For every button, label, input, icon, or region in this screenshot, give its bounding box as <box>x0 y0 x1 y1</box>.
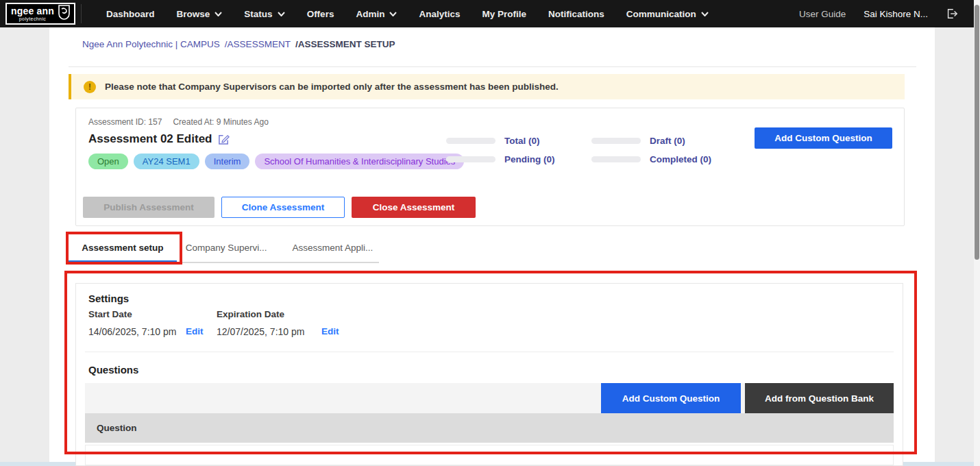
nav-label: Analytics <box>419 9 460 19</box>
settings-questions-divider <box>85 352 894 352</box>
breadcrumb-current: /ASSESSMENT SETUP <box>295 39 395 49</box>
nav-label: Offers <box>307 9 334 19</box>
progress-bar <box>591 156 641 162</box>
stat-total: Total (0) <box>446 136 591 146</box>
question-column-header: Question <box>97 423 137 433</box>
progress-bar <box>446 156 495 162</box>
stat-label: Draft (0) <box>650 136 685 146</box>
start-date-value: 14/06/2025, 7:10 pm <box>88 326 176 337</box>
type-badge: Interim <box>205 154 250 169</box>
ngee-ann-logo[interactable]: ngee ann polytechnic <box>5 3 75 25</box>
stat-label: Total (0) <box>504 136 540 146</box>
edit-expiration-date-link[interactable]: Edit <box>321 326 339 336</box>
warning-message: Please note that Company Supervisors can… <box>105 82 559 92</box>
user-guide-link[interactable]: User Guide <box>799 9 846 19</box>
assessment-title: Assessment 02 Edited <box>88 132 212 146</box>
add-custom-question-button[interactable]: Add Custom Question <box>755 127 892 149</box>
add-custom-question-button-2[interactable]: Add Custom Question <box>601 383 741 413</box>
progress-bar <box>446 138 495 144</box>
assessment-actions: Publish Assessment Clone Assessment Clos… <box>83 197 476 218</box>
warning-banner: ! Please note that Company Supervisors c… <box>69 74 905 99</box>
nav-label: Dashboard <box>106 9 155 19</box>
school-badge: School Of Humanities & Interdisciplinary… <box>255 154 464 169</box>
tab-company-supervisors[interactable]: Company Supervi... <box>177 234 276 262</box>
stat-label: Pending (0) <box>504 154 555 164</box>
progress-bar <box>591 138 641 144</box>
expiration-date-value: 12/07/2025, 7:10 pm <box>217 326 304 337</box>
logo-subtext: polytechnic <box>11 16 54 21</box>
nav-item-dashboard[interactable]: Dashboard <box>106 9 155 19</box>
navbar-divider <box>81 4 82 23</box>
nav-label: Communication <box>626 9 696 19</box>
breadcrumb-assessment[interactable]: /ASSESSMENT <box>225 39 291 49</box>
navbar-menu: Dashboard Browse Status Offers Admin Ana… <box>106 9 709 19</box>
clone-assessment-button[interactable]: Clone Assessment <box>221 197 345 218</box>
nav-label: My Profile <box>482 9 526 19</box>
nav-item-analytics[interactable]: Analytics <box>419 9 460 19</box>
tab-assessment-applications[interactable]: Assessment Appli... <box>286 234 379 262</box>
questions-toolbar: Add Custom Question Add from Question Ba… <box>85 383 894 413</box>
top-navbar: ngee ann polytechnic Dashboard Browse St… <box>0 0 980 27</box>
logo-wordmark: ngee ann <box>11 6 54 16</box>
stat-pending: Pending (0) <box>446 154 591 164</box>
start-date-label: Start Date <box>88 309 132 319</box>
tab-label: Assessment Appli... <box>292 243 373 253</box>
questions-empty-row <box>85 445 894 465</box>
semester-badge: AY24 SEM1 <box>134 154 199 169</box>
questions-table-header: Question <box>85 413 894 443</box>
nav-item-admin[interactable]: Admin <box>356 9 397 19</box>
assessment-meta: Assessment ID: 157 Created At: 9 Minutes… <box>88 117 269 127</box>
nav-item-my-profile[interactable]: My Profile <box>482 9 526 19</box>
active-tab-indicator <box>69 260 177 263</box>
nav-label: Status <box>244 9 272 19</box>
nav-label: Browse <box>177 9 210 19</box>
assessment-created-at: Created At: 9 Minutes Ago <box>173 117 268 127</box>
user-name-menu[interactable]: Sai Kishore N... <box>863 9 928 19</box>
assessment-id: Assessment ID: 157 <box>88 117 162 127</box>
tab-assessment-setup[interactable]: Assessment setup <box>69 234 177 262</box>
warning-icon: ! <box>84 81 96 93</box>
nav-label: Notifications <box>548 9 604 19</box>
nav-label: Admin <box>356 9 384 19</box>
add-from-question-bank-button[interactable]: Add from Question Bank <box>745 383 894 413</box>
assessment-title-row: Assessment 02 Edited <box>88 132 230 146</box>
section-divider <box>69 66 916 67</box>
assessment-stats: Total (0) Draft (0) Pending (0) Complete… <box>446 132 749 169</box>
assessment-header-card: Assessment ID: 157 Created At: 9 Minutes… <box>75 108 905 226</box>
logo-text: ngee ann polytechnic <box>11 6 54 21</box>
nav-item-status[interactable]: Status <box>244 9 284 19</box>
navbar-right: User Guide Sai Kishore N... <box>799 8 958 20</box>
tab-bar: Assessment setup Company Supervi... Asse… <box>69 234 379 263</box>
nav-item-browse[interactable]: Browse <box>177 9 223 19</box>
assessment-setup-panel: Settings Start Date Expiration Date 14/0… <box>75 283 903 466</box>
stat-completed: Completed (0) <box>591 154 749 164</box>
shield-logo-icon <box>58 5 70 23</box>
stat-draft: Draft (0) <box>591 136 749 146</box>
settings-heading: Settings <box>88 293 129 304</box>
chevron-down-icon <box>215 12 222 16</box>
app-screen: ngee ann polytechnic Dashboard Browse St… <box>0 0 980 466</box>
nav-item-offers[interactable]: Offers <box>307 9 334 19</box>
expiration-date-label: Expiration Date <box>217 309 284 319</box>
stat-label: Completed (0) <box>650 154 711 164</box>
logout-icon[interactable] <box>946 8 958 20</box>
assessment-badges: Open AY24 SEM1 Interim School Of Humanit… <box>88 154 464 169</box>
publish-assessment-button[interactable]: Publish Assessment <box>83 197 215 218</box>
close-assessment-button[interactable]: Close Assessment <box>352 197 476 218</box>
chevron-down-icon <box>389 12 397 16</box>
tab-label: Assessment setup <box>82 243 163 253</box>
scrollbar-thumb[interactable] <box>975 5 979 260</box>
breadcrumb-home[interactable]: Ngee Ann Polytechnic | CAMPUS <box>82 39 220 49</box>
scrollbar-track <box>974 0 980 466</box>
nav-item-notifications[interactable]: Notifications <box>548 9 604 19</box>
nav-item-communication[interactable]: Communication <box>626 9 709 19</box>
chevron-down-icon <box>701 12 709 16</box>
tab-label: Company Supervi... <box>186 243 267 253</box>
edit-start-date-link[interactable]: Edit <box>186 326 204 336</box>
chevron-down-icon <box>278 12 285 16</box>
edit-title-icon[interactable] <box>218 134 230 145</box>
status-badge: Open <box>88 154 128 169</box>
questions-heading: Questions <box>88 364 138 376</box>
breadcrumb: Ngee Ann Polytechnic | CAMPUS /ASSESSMEN… <box>82 39 395 49</box>
